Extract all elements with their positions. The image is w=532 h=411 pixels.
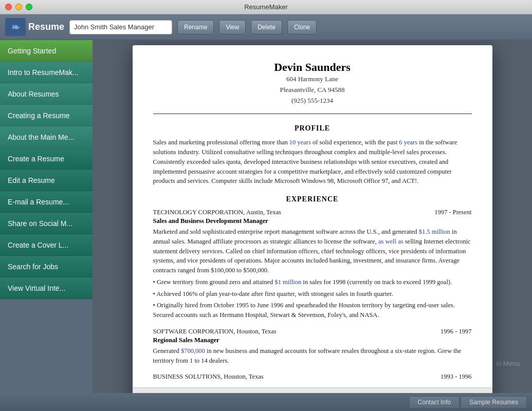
modal-footer: Close — [133, 387, 492, 393]
contact-info-tab[interactable]: Contact Info — [409, 396, 460, 408]
sidebar-label-getting-started: Getting Started — [8, 47, 56, 55]
title-bar: ResumeMaker — [0, 0, 532, 14]
job-3-header: BUSINESS SOLUTIONS, Houston, Texas 1993 … — [153, 373, 472, 381]
sidebar-label-create-resume: Create a Resume — [8, 155, 64, 163]
sidebar-item-view-virtual[interactable]: View Virtual Inte... — [0, 277, 93, 299]
sidebar-item-search-jobs[interactable]: Search for Jobs — [0, 256, 93, 277]
sidebar-item-edit-resume[interactable]: Edit a Resume — [0, 170, 93, 191]
sidebar-item-about-resumes[interactable]: About Resumes — [0, 83, 93, 105]
job-1-desc: Marketed and sold sophisticated enterpri… — [153, 227, 472, 275]
main-area: Devin Saunders 604 Harmony Lane Pleasant… — [93, 40, 532, 393]
sidebar-label-about-resumes: About Resumes — [8, 90, 59, 98]
job-2-dates: 1996 - 1997 — [441, 328, 471, 335]
minimize-window-button[interactable] — [15, 4, 22, 10]
bottom-bar: Contact Info Sample Resumes — [0, 393, 532, 411]
highlight-aswell: as well as — [378, 238, 403, 245]
profile-section-title: PROFILE — [153, 124, 472, 133]
sidebar-label-search-jobs: Search for Jobs — [8, 263, 58, 271]
window-controls — [5, 4, 32, 10]
job-2-header: SOFTWARE CORPORATION, Houston, Texas 199… — [153, 328, 472, 335]
job-1-company: TECHNOLOGY CORPORATION, Austin, Texas — [153, 209, 281, 216]
resume-header: Devin Saunders 604 Harmony Lane Pleasant… — [153, 61, 472, 114]
rename-button[interactable]: Rename — [177, 20, 214, 34]
app-toolbar: ❧ Resume Rename View Delete Clone — [0, 14, 532, 40]
close-window-button[interactable] — [5, 4, 12, 10]
logo-wings-icon: ❧ — [11, 21, 20, 33]
highlight-years: 10 years — [289, 139, 311, 146]
sidebar-label-email-resume: E-mail a Resume... — [8, 198, 69, 206]
resume-selector[interactable] — [69, 20, 172, 34]
highlight-700k: $700,000 — [181, 347, 205, 354]
highlight-6years: 6 years — [399, 139, 417, 146]
job-1-title: Sales and Business Development Manager — [153, 217, 472, 225]
clone-button[interactable]: Clone — [287, 20, 317, 34]
job-3-dates: 1993 - 1996 — [441, 373, 471, 381]
resume-phone: (925) 555-1234 — [153, 96, 472, 106]
sidebar-label-creating-resume: Creating a Resume — [8, 111, 70, 120]
delete-button[interactable]: Delete — [251, 20, 282, 34]
job-entry-2: SOFTWARE CORPORATION, Houston, Texas 199… — [153, 328, 472, 366]
job-2-company: SOFTWARE CORPORATION, Houston, Texas — [153, 328, 277, 335]
sidebar: Getting Started Intro to ResumeMak... Ab… — [0, 40, 93, 393]
profile-body-text: Sales and marketing professional offerin… — [153, 139, 457, 184]
sidebar-item-create-cover[interactable]: Create a Cover L... — [0, 234, 93, 256]
resume-modal: Devin Saunders 604 Harmony Lane Pleasant… — [133, 45, 492, 393]
modal-overlay: Devin Saunders 604 Harmony Lane Pleasant… — [93, 40, 532, 393]
profile-text: Sales and marketing professional offerin… — [153, 138, 472, 186]
resume-content-wrapper: Devin Saunders 604 Harmony Lane Pleasant… — [133, 45, 492, 387]
job-entry-1: TECHNOLOGY CORPORATION, Austin, Texas 19… — [153, 209, 472, 320]
sidebar-item-share-social[interactable]: Share on Social M... — [0, 213, 93, 234]
sidebar-label-edit-resume: Edit a Resume — [8, 176, 55, 184]
app-logo: ❧ Resume — [5, 18, 64, 36]
job-1-dates: 1997 - Present — [434, 209, 471, 216]
job-1-bullet-1: • Grew territory from ground zero and at… — [153, 277, 472, 287]
sidebar-item-intro[interactable]: Intro to ResumeMak... — [0, 62, 93, 83]
sidebar-item-create-resume[interactable]: Create a Resume — [0, 148, 93, 170]
job-entry-3: BUSINESS SOLUTIONS, Houston, Texas 1993 … — [153, 373, 472, 381]
logo-icon: ❧ — [5, 18, 26, 36]
sidebar-label-intro: Intro to ResumeMak... — [8, 68, 79, 77]
sidebar-item-about-main[interactable]: About the Main Me... — [0, 126, 93, 148]
content-area: Getting Started Intro to ResumeMak... Ab… — [0, 40, 532, 393]
resume-address-line2: Pleasantville, CA 94588 — [153, 85, 472, 96]
view-button[interactable]: View — [219, 20, 246, 34]
sidebar-label-view-virtual: View Virtual Inte... — [8, 284, 65, 292]
sidebar-item-getting-started[interactable]: Getting Started — [0, 40, 93, 62]
job-1-header: TECHNOLOGY CORPORATION, Austin, Texas 19… — [153, 209, 472, 216]
experience-section-title: EXPERIENCE — [153, 195, 472, 203]
resume-candidate-name: Devin Saunders — [153, 61, 472, 74]
job-2-title: Regional Sales Manager — [153, 337, 472, 344]
logo-text: Resume — [28, 22, 64, 32]
highlight-1m-sales: $1 million — [274, 278, 301, 286]
maximize-window-button[interactable] — [26, 4, 32, 10]
sidebar-item-creating-resume[interactable]: Creating a Resume — [0, 105, 93, 126]
highlight-1m: $1.5 million — [419, 228, 450, 235]
sample-resumes-tab[interactable]: Sample Resumes — [461, 396, 527, 408]
job-1-bullet-3: • Originally hired from October 1995 to … — [153, 301, 472, 320]
window-title: ResumeMaker — [244, 3, 288, 11]
resume-scroll-area[interactable]: Devin Saunders 604 Harmony Lane Pleasant… — [133, 45, 492, 387]
sidebar-label-share-social: Share on Social M... — [8, 219, 72, 228]
resume-address-line1: 604 Harmony Lane — [153, 74, 472, 85]
app-container: ❧ Resume Rename View Delete Clone Gettin… — [0, 14, 532, 411]
sidebar-label-create-cover: Create a Cover L... — [8, 241, 68, 249]
job-3-company: BUSINESS SOLUTIONS, Houston, Texas — [153, 373, 264, 381]
job-2-desc: Generated $700,000 in new business and m… — [153, 346, 472, 366]
sidebar-item-email-resume[interactable]: E-mail a Resume... — [0, 191, 93, 213]
job-1-bullet-2: • Achieved 106% of plan year-to-date aft… — [153, 289, 472, 299]
sidebar-label-about-main: About the Main Me... — [8, 133, 74, 141]
